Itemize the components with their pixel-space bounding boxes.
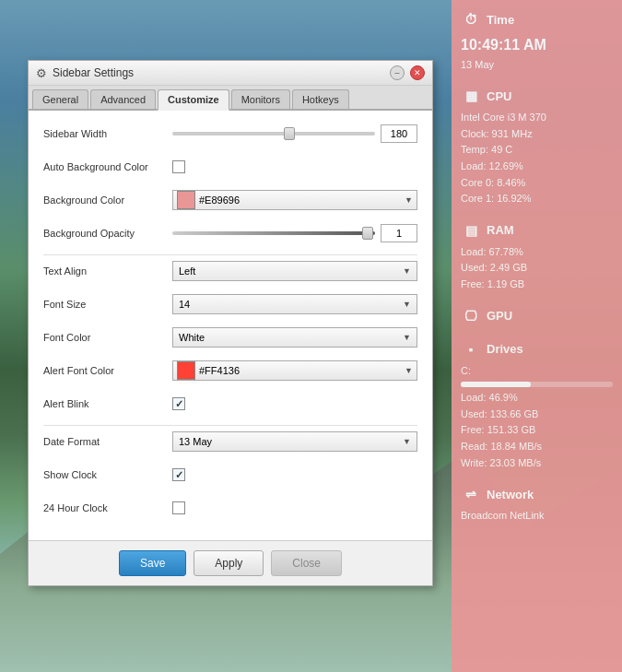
- time-title: Time: [487, 13, 514, 27]
- cpu-load: Load: 12.69%: [461, 159, 613, 175]
- bg-color-value: #E89696: [199, 195, 401, 206]
- bg-opacity-row: Background Opacity 1: [43, 221, 417, 245]
- clock-icon: ⏱: [461, 9, 481, 29]
- bg-opacity-control: 1: [172, 224, 417, 242]
- sidebar-section-drives: ▪ Drives C: Load: 46.9% Used: 133.66 GB …: [461, 339, 613, 472]
- sidebar-settings-dialog: ⚙ Sidebar Settings – ✕ General Advanced …: [28, 60, 433, 586]
- sidebar-section-cpu: ▦ CPU Intel Core i3 M 370 Clock: 931 MHz…: [461, 86, 613, 207]
- drive-read: Read: 18.84 MB/s: [461, 439, 613, 455]
- width-value: 180: [381, 124, 417, 143]
- tab-general[interactable]: General: [32, 89, 88, 109]
- save-button[interactable]: Save: [119, 550, 186, 576]
- dialog-title: Sidebar Settings: [53, 66, 384, 79]
- ram-title: RAM: [487, 223, 514, 237]
- date-format-dropdown[interactable]: 13 May ▼: [172, 431, 417, 452]
- dialog-tabs: General Advanced Customize Monitors Hotk…: [29, 86, 432, 111]
- date-format-control: 13 May ▼: [172, 431, 417, 452]
- sidebar-section-network: ⇌ Network Broadcom NetLink: [461, 484, 613, 525]
- alert-blink-control: [172, 397, 417, 410]
- hour-clock-row: 24 Hour Clock: [43, 496, 417, 520]
- alert-color-dropdown[interactable]: #FF4136 ▼: [172, 360, 417, 381]
- alert-font-color-control: #FF4136 ▼: [172, 360, 417, 381]
- font-color-row: Font Color White ▼: [43, 325, 417, 349]
- hour-clock-control: [172, 501, 417, 514]
- drive-free: Free: 151.33 GB: [461, 422, 613, 439]
- apply-button[interactable]: Apply: [194, 550, 264, 576]
- font-size-label: Font Size: [43, 299, 172, 310]
- text-align-arrow: ▼: [403, 266, 411, 276]
- width-slider-thumb[interactable]: [284, 127, 295, 140]
- auto-bg-color-control: [172, 160, 417, 173]
- width-slider[interactable]: [172, 132, 375, 136]
- sidebar-cpu-header: ▦ CPU: [461, 86, 613, 106]
- date-format-label: Date Format: [43, 436, 172, 447]
- bg-color-row: Background Color #E89696 ▼: [43, 188, 417, 212]
- font-color-value: White: [179, 332, 205, 343]
- bg-opacity-label: Background Opacity: [43, 228, 172, 239]
- alert-blink-checkbox[interactable]: [172, 397, 185, 410]
- show-clock-checkbox[interactable]: [172, 468, 185, 481]
- show-clock-label: Show Clock: [43, 469, 172, 480]
- alert-font-color-row: Alert Font Color #FF4136 ▼: [43, 359, 417, 383]
- time-value: 10:49:11 AM: [461, 33, 613, 57]
- tab-advanced[interactable]: Advanced: [90, 89, 156, 109]
- text-align-dropdown[interactable]: Left ▼: [172, 261, 417, 281]
- sidebar-time-header: ⏱ Time: [461, 9, 613, 29]
- bg-color-swatch: [177, 191, 195, 209]
- cpu-core0: Core 0: 8.46%: [461, 175, 613, 192]
- tab-monitors[interactable]: Monitors: [231, 89, 290, 109]
- drive-bar-fill: [461, 382, 531, 387]
- font-size-dropdown[interactable]: 14 ▼: [172, 294, 417, 314]
- close-button[interactable]: Close: [271, 550, 342, 576]
- sidebar-drives-header: ▪ Drives: [461, 339, 613, 360]
- drives-icon: ▪: [461, 339, 481, 360]
- network-title: Network: [487, 488, 534, 501]
- auto-bg-color-label: Auto Background Color: [43, 161, 172, 172]
- ram-icon: ▤: [461, 220, 481, 241]
- drives-title: Drives: [487, 342, 523, 356]
- sidebar-width-label: Sidebar Width: [43, 128, 172, 139]
- divider-1: [43, 254, 417, 255]
- font-color-dropdown[interactable]: White ▼: [172, 327, 417, 348]
- bg-color-dropdown[interactable]: #E89696 ▼: [172, 190, 417, 210]
- close-window-button[interactable]: ✕: [410, 65, 425, 80]
- date-value: 13 May: [461, 57, 613, 74]
- sidebar-width-control: 180: [172, 124, 417, 143]
- minimize-button[interactable]: –: [390, 65, 405, 80]
- dialog-titlebar: ⚙ Sidebar Settings – ✕: [29, 61, 432, 86]
- font-size-row: Font Size 14 ▼: [43, 292, 417, 316]
- cpu-icon: ▦: [461, 86, 481, 106]
- date-format-row: Date Format 13 May ▼: [43, 430, 417, 454]
- opacity-slider[interactable]: [172, 231, 375, 235]
- sidebar-network-header: ⇌ Network: [461, 484, 613, 504]
- date-format-value: 13 May: [179, 436, 212, 447]
- sidebar-section-ram: ▤ RAM Load: 67.78% Used: 2.49 GB Free: 1…: [461, 220, 613, 293]
- hour-clock-label: 24 Hour Clock: [43, 502, 172, 513]
- alert-color-value: #FF4136: [199, 365, 401, 376]
- drive-write: Write: 23.03 MB/s: [461, 455, 613, 472]
- text-align-value: Left: [179, 265, 195, 277]
- drive-load: Load: 46.9%: [461, 390, 613, 407]
- tab-customize[interactable]: Customize: [158, 89, 229, 111]
- alert-color-arrow: ▼: [405, 366, 413, 375]
- cpu-temp: Temp: 49 C: [461, 142, 613, 159]
- ram-free: Free: 1.19 GB: [461, 277, 613, 293]
- dialog-footer: Save Apply Close: [29, 540, 432, 585]
- font-size-value: 14: [179, 299, 190, 310]
- text-align-row: Text Align Left ▼: [43, 259, 417, 283]
- form-content: Sidebar Width 180 Auto Background Color …: [29, 111, 432, 540]
- cpu-title: CPU: [487, 89, 511, 103]
- sidebar-ram-header: ▤ RAM: [461, 220, 613, 241]
- opacity-value: 1: [381, 224, 417, 242]
- settings-icon: ⚙: [36, 66, 47, 80]
- opacity-slider-thumb[interactable]: [362, 227, 373, 240]
- bg-color-control: #E89696 ▼: [172, 190, 417, 210]
- font-color-arrow: ▼: [403, 333, 411, 342]
- bg-color-arrow: ▼: [405, 195, 413, 205]
- alert-blink-label: Alert Blink: [43, 398, 172, 409]
- auto-bg-color-checkbox[interactable]: [172, 160, 185, 173]
- tab-hotkeys[interactable]: Hotkeys: [292, 89, 349, 109]
- hour-clock-checkbox[interactable]: [172, 501, 185, 514]
- text-align-label: Text Align: [43, 265, 172, 277]
- show-clock-control: [172, 468, 417, 481]
